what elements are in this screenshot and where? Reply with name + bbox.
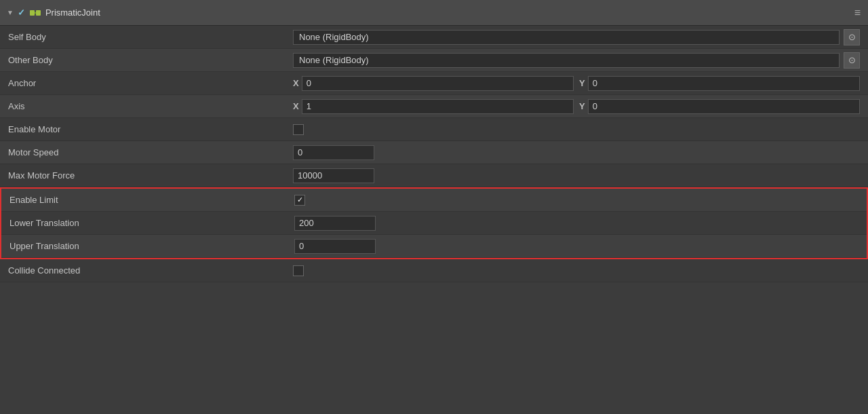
enable-motor-checkbox[interactable] (293, 124, 304, 135)
collide-connected-checkbox-container (293, 265, 304, 276)
max-motor-force-label: Max Motor Force (8, 170, 293, 181)
other-body-row: Other Body None (RigidBody) ⊙ (0, 49, 868, 72)
enable-motor-checkbox-container (293, 124, 304, 135)
self-body-value: None (RigidBody) ⊙ (293, 29, 860, 45)
collide-connected-value (293, 265, 860, 276)
other-body-field: None (RigidBody) (293, 53, 840, 68)
enable-motor-row: Enable Motor (0, 118, 868, 141)
enable-limit-label: Enable Limit (9, 195, 294, 205)
enabled-checkmark[interactable]: ✓ (18, 7, 25, 18)
enable-limit-value: ✓ (294, 195, 859, 206)
upper-translation-row: Upper Translation (1, 235, 867, 258)
panel-title: PrismaticJoint (45, 7, 100, 18)
collide-connected-checkbox[interactable] (293, 265, 304, 276)
max-motor-force-value (293, 168, 860, 183)
axis-y-input[interactable] (588, 99, 860, 114)
other-body-label: Other Body (8, 55, 293, 65)
component-icon (29, 7, 41, 19)
panel-header: ▼ ✓ PrismaticJoint ≡ (0, 0, 868, 26)
anchor-value: X Y (293, 76, 860, 91)
lower-translation-input[interactable] (294, 216, 376, 231)
max-motor-force-input[interactable] (293, 168, 374, 183)
axis-y-field: Y (579, 99, 860, 114)
anchor-xy: X Y (293, 76, 860, 91)
svg-rect-0 (30, 10, 35, 16)
lower-translation-row: Lower Translation (1, 212, 867, 235)
anchor-x-label: X (293, 78, 299, 88)
anchor-y-input[interactable] (588, 76, 860, 91)
upper-translation-label: Upper Translation (9, 241, 294, 251)
anchor-x-field: X (293, 76, 574, 91)
axis-value: X Y (293, 99, 860, 114)
axis-y-label: Y (579, 101, 585, 111)
collapse-icon[interactable]: ▼ (7, 9, 14, 16)
max-motor-force-row: Max Motor Force (0, 164, 868, 187)
lower-translation-value (294, 216, 859, 231)
panel-header-left: ▼ ✓ PrismaticJoint (7, 7, 100, 19)
anchor-row: Anchor X Y (0, 72, 868, 95)
self-body-label: Self Body (8, 32, 293, 42)
axis-row: Axis X Y (0, 95, 868, 118)
collide-connected-label: Collide Connected (8, 265, 293, 276)
anchor-x-input[interactable] (302, 76, 574, 91)
limit-section: Enable Limit ✓ Lower Translation Upper T… (0, 187, 868, 259)
lower-translation-label: Lower Translation (9, 218, 294, 228)
axis-xy: X Y (293, 99, 860, 114)
self-body-field: None (RigidBody) (293, 30, 840, 45)
panel-menu-icon[interactable]: ≡ (854, 7, 861, 19)
self-body-row: Self Body None (RigidBody) ⊙ (0, 26, 868, 49)
upper-translation-value (294, 239, 859, 254)
axis-x-input[interactable] (302, 99, 574, 114)
motor-speed-label: Motor Speed (8, 147, 293, 157)
collide-connected-row: Collide Connected (0, 259, 868, 282)
upper-translation-input[interactable] (294, 239, 376, 254)
enable-limit-checkbox-container: ✓ (294, 195, 305, 206)
prismatic-joint-panel: ▼ ✓ PrismaticJoint ≡ Self Body None (Rig… (0, 0, 868, 282)
anchor-y-label: Y (579, 78, 585, 88)
motor-speed-input[interactable] (293, 145, 374, 160)
other-body-value: None (RigidBody) ⊙ (293, 52, 860, 69)
enable-limit-checkbox[interactable]: ✓ (294, 195, 305, 206)
self-body-picker[interactable]: ⊙ (844, 29, 860, 45)
anchor-label: Anchor (8, 78, 293, 88)
other-body-picker[interactable]: ⊙ (844, 52, 860, 69)
anchor-y-field: Y (579, 76, 860, 91)
enable-limit-row: Enable Limit ✓ (1, 189, 867, 212)
svg-rect-1 (36, 10, 41, 16)
axis-label: Axis (8, 101, 293, 111)
enable-motor-label: Enable Motor (8, 124, 293, 134)
motor-speed-row: Motor Speed (0, 141, 868, 164)
enable-motor-value (293, 124, 860, 135)
axis-x-field: X (293, 99, 574, 114)
axis-x-label: X (293, 101, 299, 111)
motor-speed-value (293, 145, 860, 160)
